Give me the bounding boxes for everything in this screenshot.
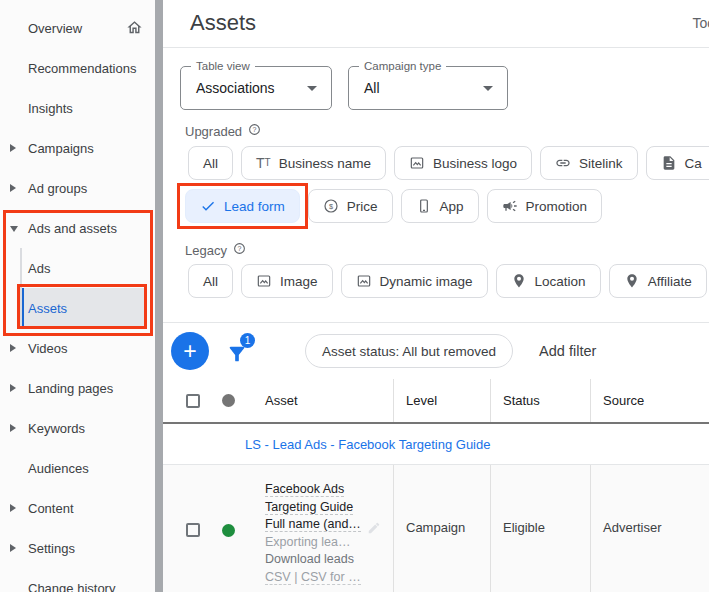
column-header-source[interactable]: Source — [590, 379, 709, 422]
csv-links-line: CSV | CSV for … — [265, 569, 379, 587]
sidebar-item-assets[interactable]: Assets — [21, 288, 147, 328]
csv-link[interactable]: CSV — [265, 570, 291, 585]
sidebar-item-videos[interactable]: Videos — [0, 328, 155, 368]
page-header: Assets Too — [163, 0, 709, 48]
chip-lead-form[interactable]: Lead form — [185, 189, 300, 223]
megaphone-icon — [502, 198, 518, 214]
table-header-row: Asset Level Status Source — [163, 379, 709, 424]
asset-cell: Facebook Ads Targeting Guide Full name (… — [163, 465, 393, 592]
submenu-guide-line — [20, 248, 22, 328]
chevron-right-icon — [10, 544, 16, 552]
upgraded-section-label: Upgraded ? — [185, 123, 709, 139]
main-content: Assets Too Table view Associations Campa… — [163, 0, 709, 592]
chip-business-name[interactable]: TT Business name — [241, 146, 386, 180]
add-asset-button[interactable]: + — [171, 332, 209, 370]
chip-all-upgraded[interactable]: All — [188, 146, 233, 180]
chip-price[interactable]: $ Price — [308, 189, 393, 223]
status-dot-icon — [222, 394, 235, 407]
legacy-section-label: Legacy ? — [185, 242, 709, 258]
sidebar-scrollbar[interactable] — [155, 0, 163, 592]
svg-text:?: ? — [253, 126, 257, 133]
chip-callout[interactable]: Ca — [646, 146, 709, 180]
select-all-checkbox[interactable] — [186, 394, 200, 408]
tools-link[interactable]: Too — [692, 15, 709, 31]
chevron-right-icon — [10, 424, 16, 432]
image-icon — [256, 273, 272, 289]
asset-status-filter-pill[interactable]: Asset status: All but removed — [305, 334, 513, 368]
edit-pencil-icon[interactable] — [367, 521, 381, 538]
sidebar-item-label: Overview — [28, 21, 82, 36]
chip-all-legacy[interactable]: All — [188, 264, 233, 298]
chevron-right-icon — [10, 184, 16, 192]
column-header-level[interactable]: Level — [393, 379, 490, 422]
asset-title-line[interactable]: Facebook Ads — [265, 482, 344, 497]
asset-details: Facebook Ads Targeting Guide Full name (… — [265, 481, 379, 586]
sidebar-item-ad-groups[interactable]: Ad groups — [0, 168, 155, 208]
chip-affiliate-location[interactable]: Affiliate — [609, 264, 707, 298]
campaign-type-select[interactable]: Campaign type All — [348, 66, 508, 110]
table-view-value: Associations — [196, 80, 275, 96]
help-icon[interactable]: ? — [233, 242, 246, 258]
document-icon — [661, 155, 677, 171]
sidebar-item-landing-pages[interactable]: Landing pages — [0, 368, 155, 408]
source-cell: Advertiser — [590, 465, 709, 592]
link-icon — [555, 155, 571, 171]
sidebar-item-recommendations[interactable]: Recommendations — [0, 48, 155, 88]
sidebar-item-insights[interactable]: Insights — [0, 88, 155, 128]
image-icon — [356, 273, 372, 289]
column-header-status[interactable]: Status — [490, 379, 590, 422]
status-dot-enabled-icon — [222, 524, 235, 537]
column-label[interactable]: Asset — [265, 393, 298, 408]
campaign-type-value: All — [364, 80, 380, 96]
chip-app[interactable]: App — [401, 189, 479, 223]
status-cell: Eligible — [490, 465, 590, 592]
asset-fields-line[interactable]: Full name (and… — [265, 517, 361, 532]
chevron-right-icon — [10, 504, 16, 512]
legacy-chips-row: All Image Dynamic image Location Affilia… — [188, 264, 709, 298]
sidebar-item-campaigns[interactable]: Campaigns — [0, 128, 155, 168]
image-icon — [409, 155, 425, 171]
level-cell: Campaign — [393, 465, 490, 592]
download-leads-label: Download leads — [265, 551, 379, 569]
row-checkbox[interactable] — [186, 523, 200, 537]
svg-text:?: ? — [237, 245, 241, 252]
campaign-link[interactable]: LS - Lead Ads - Facebook Targeting Guide — [245, 437, 490, 452]
table-toolbar: + 1 Asset status: All but removed Add fi… — [163, 322, 709, 379]
chip-sitelink[interactable]: Sitelink — [540, 146, 638, 180]
sidebar-item-ads-and-assets[interactable]: Ads and assets — [0, 208, 155, 248]
campaign-type-label: Campaign type — [359, 60, 446, 72]
chip-dynamic-image[interactable]: Dynamic image — [341, 264, 488, 298]
help-icon[interactable]: ? — [248, 123, 261, 139]
table-row: Facebook Ads Targeting Guide Full name (… — [163, 465, 709, 592]
sidebar-item-overview[interactable]: Overview — [0, 8, 155, 48]
table-view-select[interactable]: Table view Associations — [180, 66, 332, 110]
asset-title-line[interactable]: Targeting Guide — [265, 500, 353, 515]
chip-image[interactable]: Image — [241, 264, 333, 298]
check-icon — [200, 198, 216, 214]
sidebar-item-settings[interactable]: Settings — [0, 528, 155, 568]
sidebar-item-ads[interactable]: Ads — [0, 248, 155, 288]
smartphone-icon — [416, 198, 432, 214]
dollar-circle-icon: $ — [323, 198, 339, 214]
chip-promotion[interactable]: Promotion — [487, 189, 603, 223]
dropdown-arrow-icon — [307, 86, 317, 91]
chip-business-logo[interactable]: Business logo — [394, 146, 532, 180]
sidebar-item-change-history[interactable]: Change history — [0, 568, 155, 592]
upgraded-chips-row-1: All TT Business name Business logo Sitel… — [188, 146, 709, 180]
csv-for-link[interactable]: CSV for … — [301, 570, 361, 585]
map-pin-icon — [624, 273, 640, 289]
sidebar-nav: Overview Recommendations Insights Campai… — [0, 0, 155, 592]
asset-export-line: Exporting lea… — [265, 534, 379, 552]
sidebar-item-keywords[interactable]: Keywords — [0, 408, 155, 448]
sidebar-item-content[interactable]: Content — [0, 488, 155, 528]
chevron-right-icon — [10, 384, 16, 392]
text-fields-icon: TT — [256, 156, 271, 170]
upgraded-chips-row-2: Lead form $ Price App Promotion — [185, 189, 709, 223]
dropdown-arrow-icon — [483, 86, 493, 91]
chip-location[interactable]: Location — [496, 264, 601, 298]
filter-button[interactable]: 1 — [226, 337, 250, 365]
add-filter-button[interactable]: Add filter — [539, 343, 596, 359]
sidebar-item-audiences[interactable]: Audiences — [0, 448, 155, 488]
chevron-right-icon — [10, 344, 16, 352]
campaign-group-row: LS - Lead Ads - Facebook Targeting Guide — [163, 424, 709, 465]
